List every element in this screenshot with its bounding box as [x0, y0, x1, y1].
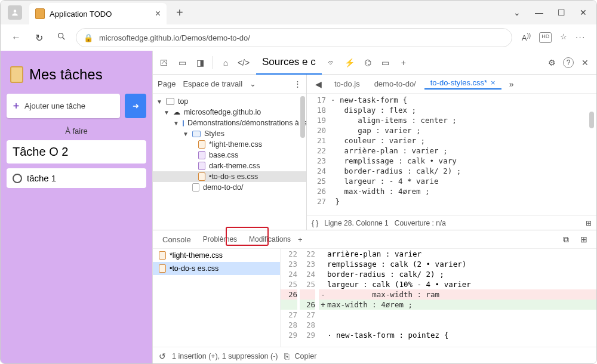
- expand-drawer-icon[interactable]: ⊞: [576, 235, 592, 244]
- tab-sources[interactable]: Sources e c: [256, 51, 322, 75]
- diff-view[interactable]: 2223242526272829 2223242526272829 -+ arr…: [281, 249, 596, 347]
- more-icon[interactable]: ⋮: [294, 79, 301, 88]
- file-tree[interactable]: ▼top ▼☁microsoftedge.github.io ▼Démonstr…: [153, 94, 306, 230]
- home-icon[interactable]: ⌂: [218, 58, 233, 67]
- inspect-icon[interactable]: ⮹: [156, 58, 172, 67]
- devtools-drawer: Console Problèmes Modifications + ⧉ ⊞ *l…: [153, 230, 596, 364]
- todo-app: Mes tâches ＋ Ajouter une tâche ➜ À faire…: [1, 51, 152, 364]
- svg-line-2: [63, 38, 64, 39]
- hd-icon[interactable]: HD: [539, 32, 552, 42]
- undo-icon[interactable]: ↺: [159, 351, 166, 361]
- sources-navigator: Page Espace de travail ⌄ ⋮ ▼top ▼☁micros…: [153, 75, 307, 230]
- copy-label[interactable]: Copier: [295, 352, 317, 360]
- svg-point-1: [59, 33, 63, 38]
- folder-icon: [192, 131, 201, 137]
- file-icon: [192, 183, 199, 192]
- settings-icon[interactable]: ⚙: [544, 58, 559, 67]
- diff-lines: arrière-plan : varierremplissage : calk …: [327, 249, 596, 347]
- devtools-topbar: ⮹ ▭ ◨ ⌂ </> Sources e c ᯤ ⚡ ⌬ ▭ + ⚙ ? ✕: [153, 51, 596, 75]
- new-tab-button[interactable]: +: [171, 4, 188, 22]
- line-gutter: 1718192021222324252627: [307, 95, 331, 214]
- maximize-button[interactable]: ☐: [558, 8, 565, 17]
- code-lines: · new-task-form { display : flex ; align…: [331, 95, 596, 214]
- search-button-icon[interactable]: [53, 32, 70, 44]
- network-icon[interactable]: ᯤ: [324, 58, 340, 67]
- scrollbar[interactable]: [300, 96, 305, 138]
- tab-title: Application TODO: [50, 10, 112, 18]
- device-icon[interactable]: ▭: [174, 58, 190, 67]
- cloud-icon: ☁: [173, 108, 180, 116]
- more-tabs-icon[interactable]: »: [504, 79, 519, 89]
- separator: [213, 56, 213, 69]
- file-icon: [198, 140, 205, 149]
- code-editor[interactable]: 1718192021222324252627 · new-task-form {…: [307, 94, 596, 215]
- tab-modifications[interactable]: Modifications: [244, 233, 296, 246]
- close-icon[interactable]: ×: [491, 78, 496, 87]
- editor: ◀ to-do.js demo-to-do/ to-do-styles.css*…: [307, 75, 596, 230]
- folder-icon: [183, 120, 184, 127]
- cursor-position: Ligne 28. Colonne 1: [324, 219, 388, 227]
- dock-drawer-icon[interactable]: ⧉: [558, 235, 574, 245]
- memory-icon[interactable]: ⌬: [360, 58, 376, 67]
- tab-page[interactable]: Page: [158, 79, 176, 88]
- list-item[interactable]: *light-theme.css: [153, 249, 280, 262]
- file-icon: [159, 264, 166, 273]
- tab-console[interactable]: Console: [158, 233, 196, 246]
- dock-icon[interactable]: ◨: [192, 58, 208, 67]
- file-tab-active[interactable]: to-do-styles.css*×: [424, 78, 501, 90]
- tab-workspace[interactable]: Espace de travail: [183, 79, 242, 88]
- chevron-down-icon[interactable]: ⌄: [513, 8, 521, 17]
- add-panel-icon[interactable]: +: [396, 58, 411, 67]
- navigator-tabs: Page Espace de travail ⌄ ⋮: [153, 75, 306, 94]
- browser-tab[interactable]: Application TODO ×: [29, 3, 167, 24]
- read-aloud-icon[interactable]: A)): [522, 32, 531, 42]
- tab-problems[interactable]: Problèmes: [198, 233, 242, 246]
- file-tab[interactable]: demo-to-do/: [368, 79, 422, 88]
- drawer-body: *light-theme.css •to-do-s es.css 2223242…: [153, 248, 596, 347]
- diff-gutter-new: 2223242526272829: [300, 249, 319, 347]
- task-card[interactable]: tâche 1: [7, 168, 146, 188]
- application-icon[interactable]: ▭: [378, 58, 393, 67]
- elements-icon[interactable]: </>: [236, 58, 251, 67]
- diff-gutter-old: 2223242526272829: [281, 249, 300, 347]
- window-icon: [166, 98, 174, 105]
- coverage-icon[interactable]: ⊞: [586, 219, 592, 227]
- add-task-input[interactable]: ＋ Ajouter une tâche: [7, 94, 120, 118]
- scrollbar[interactable]: [589, 112, 594, 128]
- minimize-button[interactable]: —: [535, 8, 543, 17]
- changed-files-list: *light-theme.css •to-do-s es.css: [153, 249, 281, 347]
- chevron-down-icon[interactable]: ⌄: [250, 79, 256, 88]
- address-bar[interactable]: 🔒 microsoftedge.github.io/Demos/demo-to-…: [76, 28, 512, 47]
- favorite-icon[interactable]: ☆: [560, 32, 567, 42]
- add-drawer-tab-icon[interactable]: +: [298, 235, 303, 244]
- copy-icon[interactable]: ⎘: [284, 351, 289, 361]
- drawer-tabs: Console Problèmes Modifications + ⧉ ⊞: [153, 230, 596, 248]
- profile-avatar[interactable]: [8, 5, 22, 20]
- task-card[interactable]: Tâche O 2: [7, 140, 146, 164]
- file-tab[interactable]: to-do.js: [328, 79, 366, 88]
- close-devtools-button[interactable]: ✕: [577, 58, 593, 67]
- file-icon: [198, 162, 205, 170]
- refresh-button[interactable]: ↻: [30, 32, 47, 44]
- close-tab-button[interactable]: ×: [155, 8, 161, 19]
- braces-icon[interactable]: { }: [312, 219, 318, 227]
- file-icon: [159, 251, 166, 260]
- help-icon[interactable]: ?: [563, 57, 574, 68]
- clipboard-icon: [10, 66, 23, 83]
- toolbar-right: A)) HD ☆ ···: [518, 32, 589, 42]
- file-icon: [198, 172, 205, 181]
- list-item[interactable]: •to-do-s es.css: [153, 262, 280, 275]
- devtools: ⮹ ▭ ◨ ⌂ </> Sources e c ᯤ ⚡ ⌬ ▭ + ⚙ ? ✕ …: [152, 51, 596, 364]
- performance-icon[interactable]: ⚡: [342, 58, 358, 67]
- url-text: microsoftedge.github.io/Demos/demo-to-do…: [99, 33, 250, 42]
- browser-toolbar: ← ↻ 🔒 microsoftedge.github.io/Demos/demo…: [1, 24, 596, 51]
- nav-back-icon[interactable]: ◀: [310, 79, 326, 89]
- add-task-submit[interactable]: ➜: [125, 94, 146, 118]
- back-button[interactable]: ←: [8, 32, 24, 43]
- coverage-label: Couverture : n/a: [395, 219, 446, 227]
- more-icon[interactable]: ···: [576, 32, 586, 42]
- main-content: Mes tâches ＋ Ajouter une tâche ➜ À faire…: [1, 51, 596, 364]
- close-window-button[interactable]: ✕: [580, 8, 587, 17]
- radio-icon[interactable]: [13, 174, 22, 183]
- editor-tabs: ◀ to-do.js demo-to-do/ to-do-styles.css*…: [307, 75, 596, 94]
